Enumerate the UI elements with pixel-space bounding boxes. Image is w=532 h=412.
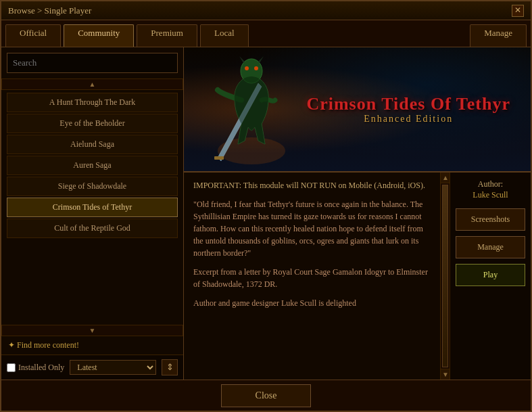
- action-panel: Author: Luke Scull Screenshots Manage Pl…: [450, 173, 531, 380]
- screenshots-button[interactable]: Screenshots: [456, 208, 525, 231]
- module-list: A Hunt Through The Dark Eye of the Behol…: [1, 90, 183, 325]
- main-content: ▲ A Hunt Through The Dark Eye of the Beh…: [1, 47, 531, 380]
- installed-only-checkbox[interactable]: [7, 363, 16, 372]
- scroll-down-arrow[interactable]: ▼: [1, 325, 183, 336]
- installed-only-label: Installed Only: [7, 363, 64, 373]
- author-info: Author: Luke Scull: [456, 179, 525, 200]
- description-scrollbar[interactable]: ▲ ▼: [440, 173, 450, 380]
- title-bar: Browse > Single Player ✕: [1, 1, 531, 20]
- main-window: Browse > Single Player ✕ Official Commun…: [0, 0, 532, 412]
- scroll-up-arrow[interactable]: ▲: [1, 78, 183, 90]
- description-para2: Excerpt from a letter by Royal Court Sag…: [193, 266, 431, 290]
- desc-scroll-up[interactable]: ▲: [441, 173, 450, 183]
- module-item-hunt[interactable]: A Hunt Through The Dark: [7, 93, 178, 112]
- bottom-bar: Close: [1, 380, 531, 411]
- version-select[interactable]: Latest: [70, 360, 156, 375]
- desc-scroll-down[interactable]: ▼: [441, 369, 450, 380]
- author-label: Author:: [456, 179, 525, 189]
- close-window-button[interactable]: ✕: [512, 5, 524, 17]
- description-para3: Author and game designer Luke Scull is d…: [193, 297, 431, 309]
- module-item-cult[interactable]: Cult of the Reptile God: [7, 219, 178, 238]
- tab-bar: Official Community Premium Local Manage: [1, 20, 531, 47]
- description-para1: "Old friend, I fear that Tethyr's future…: [193, 198, 431, 259]
- tab-official[interactable]: Official: [5, 24, 61, 47]
- module-item-siege[interactable]: Siege of Shadowdale: [7, 177, 178, 196]
- sidebar-footer: Installed Only Latest ⇕: [1, 354, 183, 380]
- module-item-auren[interactable]: Auren Saga: [7, 156, 178, 175]
- tab-local[interactable]: Local: [200, 24, 249, 47]
- play-button[interactable]: Play: [456, 264, 525, 286]
- tab-community[interactable]: Community: [64, 24, 134, 47]
- warning-text: IMPORTANT: This module will NOT RUN on M…: [193, 179, 431, 191]
- module-title-main: Crimson Tides Of Tethyr: [306, 94, 510, 114]
- module-item-beholder[interactable]: Eye of the Beholder: [7, 114, 178, 133]
- module-title-sub: Enhanced Edition: [306, 114, 510, 124]
- content-area: IMPORTANT: This module will NOT RUN on M…: [184, 173, 531, 380]
- tab-manage[interactable]: Manage: [470, 24, 527, 47]
- find-more-link[interactable]: ✦ Find more content!: [1, 336, 183, 354]
- module-item-aielund[interactable]: Aielund Saga: [7, 135, 178, 154]
- tab-premium[interactable]: Premium: [137, 24, 197, 47]
- svg-point-2: [245, 66, 249, 70]
- right-panel: Crimson Tides Of Tethyr Enhanced Edition…: [184, 47, 531, 380]
- window-title: Browse > Single Player: [8, 5, 91, 16]
- creature-art: [204, 56, 299, 171]
- module-item-crimson[interactable]: Crimson Tides of Tethyr: [7, 198, 178, 217]
- close-button[interactable]: Close: [221, 384, 312, 407]
- sort-icon[interactable]: ⇕: [162, 359, 178, 375]
- sidebar: ▲ A Hunt Through The Dark Eye of the Beh…: [1, 47, 184, 380]
- module-header-image: Crimson Tides Of Tethyr Enhanced Edition: [184, 47, 531, 173]
- author-name: Luke Scull: [473, 190, 508, 200]
- svg-point-3: [254, 66, 258, 70]
- manage-button[interactable]: Manage: [456, 236, 525, 258]
- description-panel: IMPORTANT: This module will NOT RUN on M…: [184, 173, 440, 380]
- svg-rect-4: [214, 156, 224, 160]
- desc-scroll-thumb[interactable]: [442, 185, 448, 367]
- search-input[interactable]: [7, 53, 178, 73]
- module-title-overlay: Crimson Tides Of Tethyr Enhanced Edition: [306, 94, 510, 124]
